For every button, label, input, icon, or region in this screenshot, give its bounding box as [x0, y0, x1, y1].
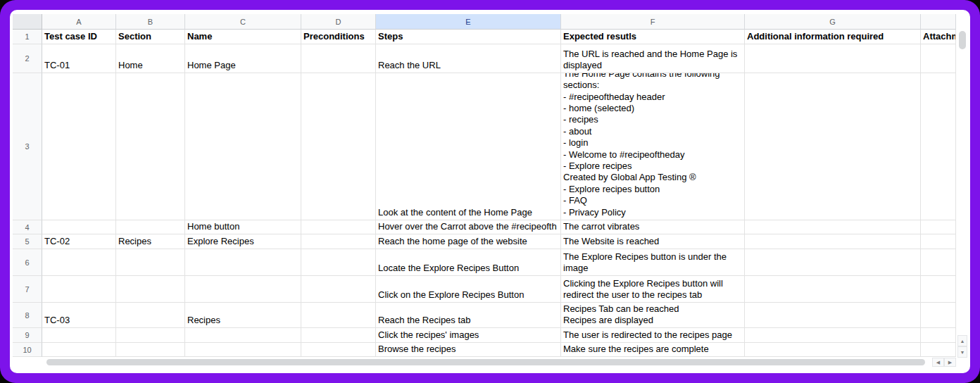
- vertical-scrollbar-thumb[interactable]: [959, 31, 966, 49]
- row-number-9[interactable]: 9: [13, 328, 42, 343]
- cell-B3[interactable]: [116, 73, 185, 220]
- scroll-down-button[interactable]: ▼: [957, 346, 967, 358]
- cell-H5[interactable]: [921, 234, 956, 249]
- cell-A10[interactable]: [42, 343, 116, 357]
- cell-H1[interactable]: Attachments: [921, 30, 956, 44]
- cell-H8[interactable]: [921, 303, 956, 328]
- cell-G7[interactable]: [745, 276, 921, 303]
- cell-F8[interactable]: Recipes Tab can be reached Recipes are d…: [561, 303, 745, 328]
- row-number-4[interactable]: 4: [13, 220, 42, 234]
- cell-C9[interactable]: [185, 328, 301, 343]
- cell-G10[interactable]: [745, 343, 921, 357]
- cell-D9[interactable]: [301, 328, 376, 343]
- col-header-B[interactable]: B: [116, 14, 185, 30]
- cell-F7[interactable]: Clicking the Explore Recipes button will…: [561, 276, 745, 303]
- cell-D4[interactable]: [301, 220, 376, 234]
- cell-G6[interactable]: [745, 249, 921, 276]
- cell-E8[interactable]: Reach the Recipes tab: [376, 303, 561, 328]
- cell-A7[interactable]: [42, 276, 116, 303]
- cell-E9[interactable]: Click the recipes' images: [376, 328, 561, 343]
- cell-E6[interactable]: Locate the Explore Recipes Button: [376, 249, 561, 276]
- cell-A4[interactable]: [42, 220, 116, 234]
- cell-A8[interactable]: TC-03: [42, 303, 116, 328]
- cell-F5[interactable]: The Website is reached: [561, 234, 745, 249]
- select-all-corner[interactable]: [13, 14, 42, 30]
- col-header-F[interactable]: F: [561, 14, 745, 30]
- col-header-G[interactable]: G: [745, 14, 921, 30]
- scroll-left-button[interactable]: ◀: [932, 358, 944, 367]
- col-header-E-selected[interactable]: E: [376, 14, 561, 30]
- cell-C4[interactable]: Home button: [185, 220, 301, 234]
- cell-B9[interactable]: [116, 328, 185, 343]
- cell-C2[interactable]: Home Page: [185, 44, 301, 73]
- horizontal-scrollbar[interactable]: ◀ ▶: [13, 358, 966, 367]
- horizontal-scrollbar-thumb[interactable]: [46, 359, 925, 365]
- cell-F4[interactable]: The carrot vibrates: [561, 220, 745, 234]
- cell-G9[interactable]: [745, 328, 921, 343]
- cell-H10[interactable]: [921, 343, 956, 357]
- cell-H6[interactable]: [921, 249, 956, 276]
- cell-A6[interactable]: [42, 249, 116, 276]
- cell-B2[interactable]: Home: [116, 44, 185, 73]
- cell-C3[interactable]: [185, 73, 301, 220]
- cell-B1[interactable]: Section: [116, 30, 185, 44]
- scroll-right-button[interactable]: ▶: [944, 358, 956, 367]
- scroll-up-button[interactable]: ▲: [957, 335, 967, 346]
- cell-D2[interactable]: [301, 44, 376, 73]
- cell-E5[interactable]: Reach the home page of the website: [376, 234, 561, 249]
- cell-B8[interactable]: [116, 303, 185, 328]
- cell-D6[interactable]: [301, 249, 376, 276]
- cell-A2[interactable]: TC-01: [42, 44, 116, 73]
- cell-D7[interactable]: [301, 276, 376, 303]
- cell-E3[interactable]: Look at the content of the Home Page: [376, 73, 561, 220]
- cell-D8[interactable]: [301, 303, 376, 328]
- col-header-A[interactable]: A: [42, 14, 116, 30]
- cell-F1[interactable]: Expected resutls: [561, 30, 745, 44]
- row-number-5[interactable]: 5: [13, 234, 42, 249]
- cell-A1[interactable]: Test case ID: [42, 30, 116, 44]
- row-number-2[interactable]: 2: [13, 44, 42, 73]
- cell-F6[interactable]: The Explore Recipes button is under the …: [561, 249, 745, 276]
- cell-B5[interactable]: Recipes: [116, 234, 185, 249]
- row-number-1[interactable]: 1: [13, 30, 42, 44]
- cell-B6[interactable]: [116, 249, 185, 276]
- cell-G2[interactable]: [745, 44, 921, 73]
- cell-H2[interactable]: [921, 44, 956, 73]
- cell-E2[interactable]: Reach the URL: [376, 44, 561, 73]
- cell-E4[interactable]: Hover over the Carrot above the #recipeo…: [376, 220, 561, 234]
- cell-D1[interactable]: Preconditions: [301, 30, 376, 44]
- col-header-C[interactable]: C: [185, 14, 301, 30]
- cell-E7[interactable]: Click on the Explore Recipes Button: [376, 276, 561, 303]
- cell-A9[interactable]: [42, 328, 116, 343]
- row-number-7[interactable]: 7: [13, 276, 42, 303]
- cell-C8[interactable]: Recipes: [185, 303, 301, 328]
- col-header-D[interactable]: D: [301, 14, 376, 30]
- cell-H4[interactable]: [921, 220, 956, 234]
- cell-B10[interactable]: [116, 343, 185, 357]
- cell-C1[interactable]: Name: [185, 30, 301, 44]
- cell-C5[interactable]: Explore Recipes: [185, 234, 301, 249]
- cell-C6[interactable]: [185, 249, 301, 276]
- cell-E1[interactable]: Steps: [376, 30, 561, 44]
- row-number-3[interactable]: 3: [13, 73, 42, 220]
- row-number-10[interactable]: 10: [13, 343, 42, 357]
- cell-B7[interactable]: [116, 276, 185, 303]
- cell-H3[interactable]: [921, 73, 956, 220]
- cell-C10[interactable]: [185, 343, 301, 357]
- cell-G3[interactable]: [745, 73, 921, 220]
- vertical-scrollbar[interactable]: ▲ ▼: [957, 30, 967, 358]
- cell-H9[interactable]: [921, 328, 956, 343]
- cell-G5[interactable]: [745, 234, 921, 249]
- cell-E10[interactable]: Browse the recipes: [376, 343, 561, 357]
- cell-C7[interactable]: [185, 276, 301, 303]
- cell-H7[interactable]: [921, 276, 956, 303]
- cell-D5[interactable]: [301, 234, 376, 249]
- row-number-6[interactable]: 6: [13, 249, 42, 276]
- col-header-H[interactable]: [921, 14, 956, 30]
- cell-D3[interactable]: [301, 73, 376, 220]
- cell-G4[interactable]: [745, 220, 921, 234]
- cell-F9[interactable]: The user is redirected to the recipes pa…: [561, 328, 745, 343]
- cell-G1[interactable]: Additional information required: [745, 30, 921, 44]
- cell-F2[interactable]: The URL is reached and the Home Page is …: [561, 44, 745, 73]
- cell-A5[interactable]: TC-02: [42, 234, 116, 249]
